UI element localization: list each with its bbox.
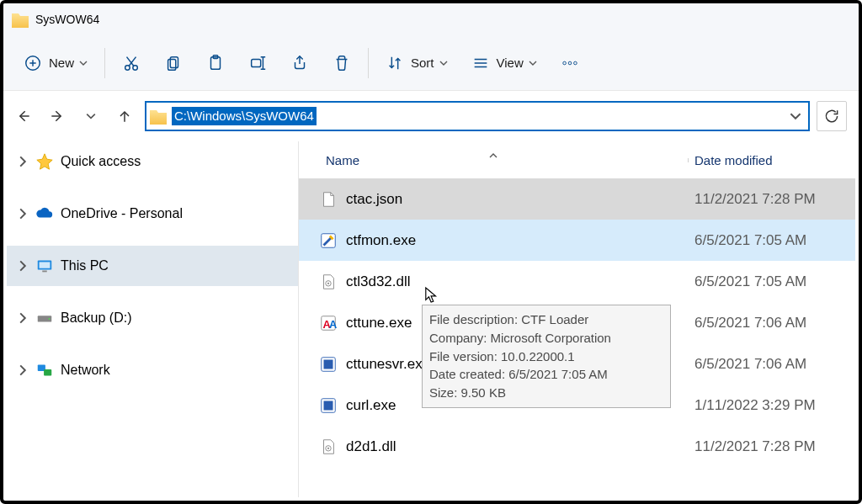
svg-point-19	[568, 61, 572, 65]
cut-button[interactable]	[110, 46, 152, 80]
chevron-down-icon	[79, 59, 88, 67]
file-date: 6/5/2021 7:06 AM	[688, 356, 855, 373]
view-button[interactable]: View	[460, 46, 549, 80]
paste-icon	[206, 54, 225, 72]
paste-button[interactable]	[194, 46, 237, 80]
file-tooltip: File description: CTF Loader Company: Mi…	[422, 305, 671, 408]
recent-dropdown-button[interactable]	[77, 103, 104, 130]
file-type-icon	[319, 438, 338, 456]
rename-icon	[248, 54, 267, 72]
column-header-label: Date modified	[694, 153, 773, 167]
sort-label: Sort	[411, 56, 434, 70]
title-bar: SysWOW64	[3, 3, 859, 35]
file-row[interactable]: ctac.json11/2/2021 7:28 PM	[299, 178, 855, 220]
file-name: cttune.exe	[346, 315, 412, 332]
more-icon	[561, 54, 579, 72]
svg-rect-8	[168, 59, 176, 70]
address-path: C:\Windows\SysWOW64	[172, 107, 317, 125]
svg-point-41	[327, 447, 329, 448]
back-button[interactable]	[10, 103, 37, 130]
file-row[interactable]: d2d1.dll11/2/2021 7:28 PM	[299, 426, 855, 467]
file-name: ctfmon.exe	[346, 232, 416, 249]
view-list-icon	[471, 54, 490, 72]
toolbar-separator	[104, 48, 105, 78]
sidebar-item-label: Quick access	[61, 154, 141, 169]
refresh-button[interactable]	[817, 101, 847, 131]
svg-point-20	[573, 61, 577, 65]
tooltip-line: File version: 10.0.22000.1	[429, 347, 663, 366]
sort-icon	[386, 54, 404, 72]
file-type-icon	[319, 355, 338, 374]
sidebar-item-label: Network	[61, 363, 110, 378]
address-bar[interactable]: C:\Windows\SysWOW64	[145, 101, 810, 131]
column-header-date[interactable]: Date modified	[688, 153, 855, 167]
chevron-down-icon	[529, 59, 537, 67]
cut-icon	[122, 54, 141, 72]
file-date: 11/2/2021 7:28 PM	[688, 438, 855, 455]
share-icon	[290, 54, 309, 72]
network-icon	[35, 361, 54, 379]
file-name: d2d1.dll	[346, 438, 396, 455]
chevron-right-icon	[17, 312, 29, 324]
cursor-pointer-icon	[424, 286, 439, 305]
file-date: 6/5/2021 7:05 AM	[688, 232, 855, 249]
file-type-icon	[319, 190, 338, 209]
file-type-icon	[319, 396, 338, 415]
star-icon	[35, 152, 54, 171]
nav-row: C:\Windows\SysWOW64	[3, 91, 859, 141]
file-name: curl.exe	[346, 397, 396, 414]
new-button[interactable]: New	[12, 46, 99, 80]
pc-icon	[35, 257, 54, 275]
plus-circle-icon	[24, 54, 42, 72]
svg-point-3	[125, 65, 130, 70]
chevron-down-icon	[439, 59, 448, 67]
rename-button[interactable]	[237, 46, 279, 80]
copy-button[interactable]	[152, 46, 194, 80]
file-name: cttunesvr.exe	[346, 356, 430, 373]
svg-rect-37	[324, 359, 333, 369]
sidebar-item-quick-access[interactable]: Quick access	[7, 141, 298, 182]
svg-text:A: A	[329, 317, 337, 330]
file-date: 6/5/2021 7:06 AM	[688, 315, 855, 332]
file-date: 1/11/2022 3:29 PM	[688, 397, 855, 414]
delete-button[interactable]	[321, 46, 363, 80]
sidebar-item-network[interactable]: Network	[7, 350, 298, 390]
column-header-name[interactable]: Name	[299, 153, 688, 167]
hdd-icon	[35, 309, 54, 327]
file-row[interactable]: ctl3d32.dll6/5/2021 7:05 AM	[299, 261, 855, 302]
share-button[interactable]	[279, 46, 321, 80]
sort-ascending-icon	[489, 151, 498, 160]
column-header-row: Name Date modified	[299, 141, 855, 178]
svg-rect-24	[40, 262, 51, 268]
window-title: SysWOW64	[35, 13, 99, 26]
file-type-icon	[319, 273, 338, 291]
file-date: 6/5/2021 7:05 AM	[688, 273, 855, 290]
trash-icon	[333, 54, 351, 72]
sidebar-item-onedrive[interactable]: OneDrive - Personal	[7, 194, 298, 234]
forward-button[interactable]	[44, 103, 71, 130]
svg-point-32	[327, 282, 329, 284]
copy-icon	[164, 54, 183, 72]
file-row[interactable]: ctfmon.exe6/5/2021 7:05 AM	[299, 220, 855, 261]
tooltip-line: Company: Microsoft Corporation	[429, 329, 663, 347]
svg-rect-29	[44, 369, 51, 375]
more-button[interactable]	[549, 46, 591, 80]
svg-point-4	[133, 65, 138, 70]
svg-rect-7	[170, 56, 178, 67]
column-header-label: Name	[326, 153, 359, 167]
folder-icon	[150, 108, 167, 125]
chevron-down-icon[interactable]	[790, 110, 801, 122]
svg-rect-11	[252, 59, 261, 66]
sidebar-item-this-pc[interactable]: This PC	[7, 246, 298, 286]
sidebar-item-label: This PC	[61, 258, 109, 273]
file-name: ctl3d32.dll	[346, 273, 411, 290]
sort-button[interactable]: Sort	[374, 46, 460, 80]
tooltip-line: File description: CTF Loader	[429, 310, 663, 329]
chevron-right-icon	[17, 364, 29, 376]
file-name: ctac.json	[346, 191, 402, 208]
up-button[interactable]	[111, 103, 138, 130]
chevron-right-icon	[17, 156, 29, 167]
navigation-pane[interactable]: Quick access OneDrive - Personal This PC…	[7, 141, 299, 497]
sidebar-item-label: Backup (D:)	[61, 310, 131, 326]
sidebar-item-backup[interactable]: Backup (D:)	[7, 298, 298, 338]
